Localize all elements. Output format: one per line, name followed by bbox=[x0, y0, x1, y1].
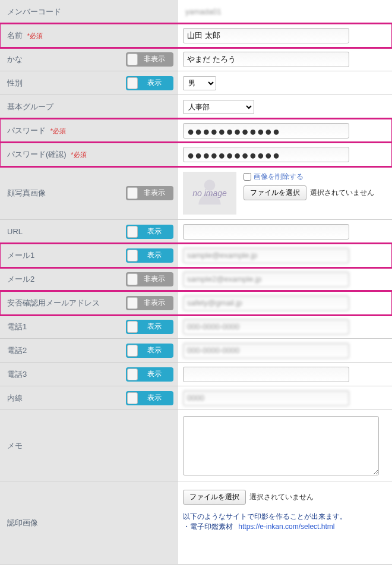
password-input[interactable]: ●●●●●●●●●●●● bbox=[183, 123, 349, 138]
label-text: メール1 bbox=[7, 250, 34, 261]
value-photo: no image 画像を削除する ファイルを選択 選択されていません bbox=[178, 166, 392, 219]
value-extension bbox=[178, 386, 392, 410]
toggle-label: 表示 bbox=[139, 345, 173, 355]
toggle-label: 表示 bbox=[139, 250, 173, 260]
label-text: 名前 bbox=[7, 31, 23, 40]
tel2-input[interactable] bbox=[183, 343, 349, 358]
row-base-group: 基本グループ 人事部 bbox=[0, 95, 392, 119]
label-text: 電話1 bbox=[7, 322, 27, 332]
toggle-knob bbox=[127, 250, 138, 262]
tel3-input[interactable] bbox=[183, 367, 349, 382]
password-confirm-input[interactable]: ●●●●●●●●●●●● bbox=[183, 147, 349, 162]
toggle-label: 非表示 bbox=[139, 298, 173, 308]
url-toggle[interactable]: 表示 bbox=[126, 225, 173, 239]
gender-toggle[interactable]: 表示 bbox=[126, 76, 173, 90]
kana-input[interactable] bbox=[183, 52, 349, 67]
value-member-code: yamada01 bbox=[178, 0, 392, 23]
toggle-label: 非表示 bbox=[139, 274, 173, 284]
safety-mail-toggle[interactable]: 非表示 bbox=[126, 296, 173, 310]
value-stamp: ファイルを選択 選択されていません 以下のようなサイトで印影を作ることが出来ます… bbox=[178, 481, 392, 564]
row-tel1: 電話1 表示 bbox=[0, 315, 392, 339]
label-tel1: 電話1 表示 bbox=[0, 315, 178, 338]
toggle-knob bbox=[127, 273, 138, 285]
label-extension: 内線 表示 bbox=[0, 386, 178, 410]
label-text: 認印画像 bbox=[7, 518, 38, 528]
toggle-label: 表示 bbox=[139, 322, 173, 332]
delete-image-label: 画像を削除する bbox=[254, 172, 304, 182]
label-memo: メモ bbox=[0, 410, 178, 481]
safety-mail-input[interactable] bbox=[183, 295, 349, 311]
mail1-toggle[interactable]: 表示 bbox=[126, 248, 173, 263]
extension-input[interactable] bbox=[183, 390, 349, 406]
row-gender: 性別 表示 男 bbox=[0, 71, 392, 95]
stamp-note-bullet: ・電子印鑑素材 bbox=[183, 522, 233, 531]
stamp-file-status: 選択されていません bbox=[249, 492, 314, 502]
row-mail1: メール1 表示 bbox=[0, 244, 392, 267]
toggle-knob bbox=[127, 345, 138, 357]
tel1-input[interactable] bbox=[183, 319, 349, 335]
row-extension: 内線 表示 bbox=[0, 386, 392, 410]
no-image-placeholder: no image bbox=[183, 172, 236, 215]
row-password: パスワード *必須 ●●●●●●●●●●●● bbox=[0, 119, 392, 143]
delete-image-checkbox-row[interactable]: 画像を削除する bbox=[244, 172, 374, 182]
kana-toggle[interactable]: 非表示 bbox=[126, 52, 173, 67]
label-text: 性別 bbox=[7, 78, 23, 89]
stamp-block: ファイルを選択 選択されていません 以下のようなサイトで印影を作ることが出来ます… bbox=[183, 485, 347, 537]
tel2-toggle[interactable]: 表示 bbox=[126, 344, 173, 358]
label-text: メモ bbox=[7, 440, 23, 451]
label-text: メール2 bbox=[7, 274, 34, 285]
name-input[interactable] bbox=[183, 28, 349, 43]
label-password: パスワード *必須 bbox=[0, 119, 178, 142]
photo-controls: 画像を削除する ファイルを選択 選択されていません bbox=[244, 172, 374, 200]
row-member-code: メンバーコード yamada01 bbox=[0, 0, 392, 24]
label-text: 基本グループ bbox=[7, 102, 53, 112]
value-url bbox=[178, 220, 392, 243]
value-tel3 bbox=[178, 363, 392, 386]
stamp-note-line: 以下のようなサイトで印影を作ることが出来ます。 bbox=[183, 512, 347, 522]
toggle-knob bbox=[127, 187, 138, 199]
mail1-input[interactable] bbox=[183, 248, 349, 263]
row-tel3: 電話3 表示 bbox=[0, 363, 392, 386]
value-password: ●●●●●●●●●●●● bbox=[178, 119, 392, 142]
delete-image-checkbox[interactable] bbox=[244, 173, 251, 181]
label-text: メンバーコード bbox=[7, 7, 61, 17]
toggle-knob bbox=[127, 297, 138, 309]
label-text: 内線 bbox=[7, 393, 23, 404]
row-tel2: 電話2 表示 bbox=[0, 339, 392, 363]
toggle-label: 表示 bbox=[139, 393, 173, 403]
value-base-group: 人事部 bbox=[178, 95, 392, 118]
label-mail1: メール1 表示 bbox=[0, 244, 178, 267]
stamp-note: 以下のようなサイトで印影を作ることが出来ます。 ・電子印鑑素材 https://… bbox=[183, 512, 347, 532]
label-member-code: メンバーコード bbox=[0, 0, 178, 23]
label-gender: 性別 表示 bbox=[0, 71, 178, 94]
extension-toggle[interactable]: 表示 bbox=[126, 391, 173, 405]
member-code-text: yamada01 bbox=[183, 7, 222, 16]
mail2-toggle[interactable]: 非表示 bbox=[126, 272, 173, 286]
tel1-toggle[interactable]: 表示 bbox=[126, 320, 173, 334]
photo-block: no image 画像を削除する ファイルを選択 選択されていません bbox=[183, 172, 374, 215]
value-tel2 bbox=[178, 339, 392, 362]
url-input[interactable] bbox=[183, 224, 349, 240]
mail2-input[interactable] bbox=[183, 272, 349, 287]
value-gender: 男 bbox=[178, 71, 392, 94]
toggle-label: 表示 bbox=[139, 78, 173, 88]
label-stamp: 認印画像 bbox=[0, 481, 178, 564]
label-text: 電話3 bbox=[7, 369, 27, 380]
gender-select[interactable]: 男 bbox=[183, 76, 216, 90]
value-tel1 bbox=[178, 315, 392, 338]
label-url: URL 表示 bbox=[0, 220, 178, 243]
stamp-link[interactable]: https://e-inkan.com/select.html bbox=[238, 522, 334, 531]
label-text: URL bbox=[7, 227, 23, 236]
required-mark: *必須 bbox=[27, 32, 43, 39]
value-password-confirm: ●●●●●●●●●●●● bbox=[178, 143, 392, 166]
label-safety-mail: 安否確認用メールアドレス 非表示 bbox=[0, 291, 178, 314]
base-group-select[interactable]: 人事部 bbox=[183, 100, 254, 114]
stamp-file-button[interactable]: ファイルを選択 bbox=[183, 490, 246, 505]
photo-toggle[interactable]: 非表示 bbox=[126, 186, 173, 200]
memo-textarea[interactable] bbox=[183, 416, 379, 475]
label-kana: かな 非表示 bbox=[0, 48, 178, 71]
photo-file-button[interactable]: ファイルを選択 bbox=[244, 185, 306, 200]
toggle-label: 表示 bbox=[139, 369, 173, 379]
tel3-toggle[interactable]: 表示 bbox=[126, 367, 173, 382]
row-password-confirm: パスワード(確認) *必須 ●●●●●●●●●●●● bbox=[0, 143, 392, 166]
